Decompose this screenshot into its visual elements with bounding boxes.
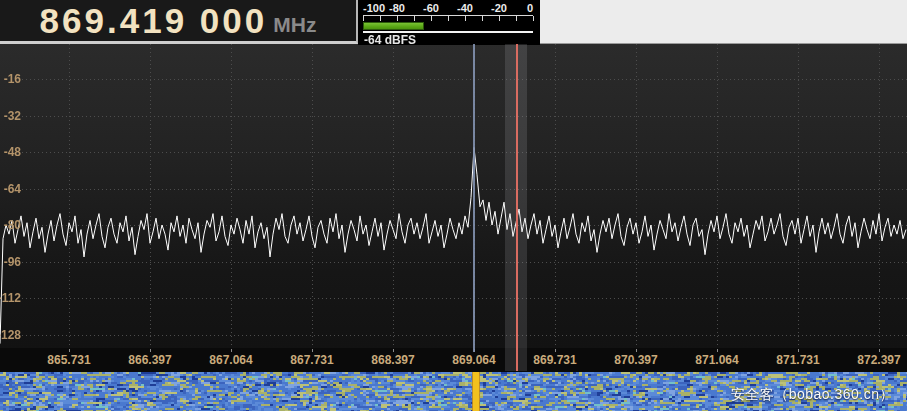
topbar-empty-area: [540, 0, 907, 44]
frequency-axis-label: 870.397: [601, 353, 671, 367]
frequency-axis-label: 871.064: [682, 353, 752, 367]
watermark-text: 安全客（bobao.360.cn）: [731, 386, 894, 404]
meter-tick: [380, 16, 381, 21]
db-axis-label: -64: [0, 182, 21, 196]
frequency-tick: [798, 349, 799, 352]
meter-tick: [414, 16, 415, 21]
spectrum-canvas[interactable]: [0, 44, 907, 348]
frequency-tick: [879, 349, 880, 352]
frequency-tick: [312, 349, 313, 352]
frequency-axis-label: 865.731: [34, 353, 104, 367]
frequency-tick: [393, 349, 394, 352]
frequency-tick: [555, 349, 556, 352]
db-axis-label: -48: [0, 145, 21, 159]
meter-reading-text: -64 dBFS: [364, 33, 416, 47]
meter-tick: [363, 16, 364, 21]
meter-tick-comb: [363, 15, 533, 22]
frequency-axis-label: 871.731: [763, 353, 833, 367]
meter-tick: [397, 16, 398, 21]
db-axis-label: -128: [0, 328, 21, 342]
tuned-frequency-line[interactable]: [516, 44, 518, 371]
db-axis-label: -112: [0, 291, 21, 305]
frequency-axis-label: 867.064: [196, 353, 266, 367]
frequency-axis-label: 866.397: [115, 353, 185, 367]
meter-tick: [533, 16, 534, 21]
frequency-axis-strip[interactable]: 865.731866.397867.064867.731868.397869.0…: [0, 348, 907, 372]
center-frequency-line: [473, 44, 475, 352]
frequency-display-panel: 869.419 000 MHz: [0, 0, 358, 44]
frequency-value[interactable]: 869.419 000: [40, 0, 268, 41]
meter-scale-labels: -100-80-60-40-200: [363, 2, 533, 13]
spectrum-plot[interactable]: -16-32-48-64-80-96-112-128: [0, 44, 907, 348]
db-axis-label: -32: [0, 109, 21, 123]
frequency-axis-label: 869.731: [520, 353, 590, 367]
frequency-axis-label: 868.397: [358, 353, 428, 367]
meter-tick: [499, 16, 500, 21]
meter-scale-label: -80: [389, 2, 405, 14]
frequency-tick: [636, 349, 637, 352]
frequency-axis-label: 869.064: [439, 353, 509, 367]
meter-tick: [431, 16, 432, 21]
meter-level-bar: [363, 22, 424, 30]
meter-tick: [482, 16, 483, 21]
meter-bar-track: [363, 22, 533, 30]
frequency-axis-label: 867.731: [277, 353, 347, 367]
db-axis-label: -80: [0, 218, 21, 232]
meter-scale-label: -20: [491, 2, 507, 14]
meter-scale-label: 0: [527, 2, 533, 14]
sdr-receiver-app: 869.419 000 MHz -100-80-60-40-200 -64 dB…: [0, 0, 907, 411]
meter-scale-label: -100: [363, 2, 385, 14]
meter-scale-label: -60: [423, 2, 439, 14]
frequency-tick: [231, 349, 232, 352]
db-axis-label: -96: [0, 255, 21, 269]
meter-tick: [516, 16, 517, 21]
frequency-axis-label: 872.397: [844, 353, 907, 367]
meter-scale-label: -40: [457, 2, 473, 14]
meter-tick: [465, 16, 466, 21]
frequency-tick: [717, 349, 718, 352]
signal-meter-panel: -100-80-60-40-200 -64 dBFS: [358, 0, 540, 45]
frequency-tick: [69, 349, 70, 352]
db-axis-label: -16: [0, 72, 21, 86]
frequency-tick: [150, 349, 151, 352]
frequency-unit-label: MHz: [273, 5, 316, 37]
meter-tick: [448, 16, 449, 21]
